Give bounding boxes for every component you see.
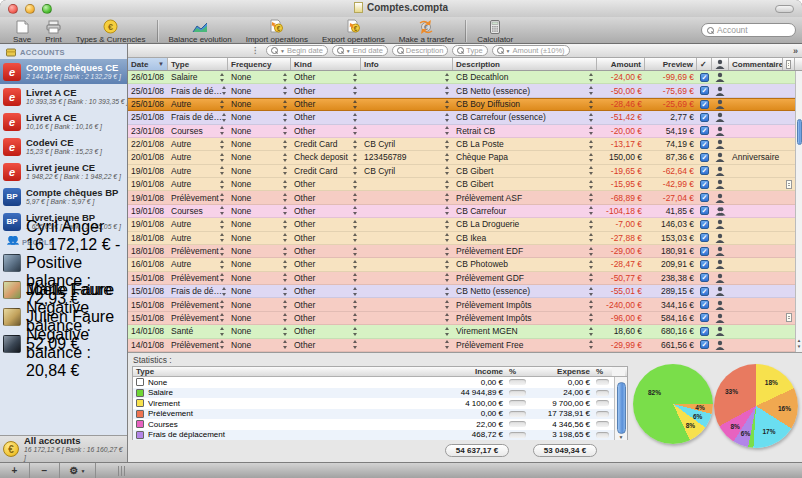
validated-checkbox[interactable]: ✓ bbox=[700, 180, 709, 189]
validated-checkbox[interactable]: ✓ bbox=[700, 86, 709, 95]
table-row[interactable]: 14/01/08 Prélèvement None Other Prélèvem… bbox=[128, 339, 802, 352]
stepper-icon[interactable] bbox=[353, 73, 358, 82]
stepper-icon[interactable] bbox=[283, 273, 288, 282]
sidebar-account-item[interactable]: e Livret A CE10,16 € [ Bank : 10,16 € ] bbox=[0, 109, 127, 134]
column-header-note[interactable] bbox=[783, 58, 795, 70]
stepper-icon[interactable] bbox=[353, 100, 358, 109]
stepper-icon[interactable] bbox=[589, 287, 594, 296]
table-row[interactable]: 15/01/08 Frais de dé… None Other CB Nett… bbox=[128, 285, 802, 298]
table-row[interactable]: 15/01/08 Prélèvement None Other Prélèvem… bbox=[128, 298, 802, 311]
stats-header-expense-pct[interactable]: % bbox=[593, 367, 612, 376]
validated-checkbox[interactable]: ✓ bbox=[700, 273, 709, 282]
table-row[interactable]: 15/01/08 Prélèvement None Other Prélèvem… bbox=[128, 272, 802, 285]
stepper-icon[interactable] bbox=[589, 220, 594, 229]
stepper-icon[interactable] bbox=[445, 220, 450, 229]
validated-checkbox[interactable]: ✓ bbox=[700, 260, 709, 269]
stats-row[interactable]: Prélèvement 0,00 € 17 738,91 € bbox=[133, 409, 627, 420]
stepper-icon[interactable] bbox=[589, 260, 594, 269]
stepper-icon[interactable] bbox=[353, 233, 358, 242]
stepper-icon[interactable] bbox=[220, 166, 225, 175]
stepper-icon[interactable] bbox=[220, 300, 225, 309]
stepper-icon[interactable] bbox=[353, 313, 358, 322]
person-cell[interactable] bbox=[712, 151, 729, 163]
scrollbar-arrows[interactable]: ▲▼ bbox=[796, 338, 802, 352]
validated-checkbox[interactable]: ✓ bbox=[700, 73, 709, 82]
stepper-icon[interactable] bbox=[353, 260, 358, 269]
stepper-icon[interactable] bbox=[220, 340, 225, 349]
validated-checkbox[interactable]: ✓ bbox=[700, 300, 709, 309]
stepper-icon[interactable] bbox=[445, 73, 450, 82]
stepper-icon[interactable] bbox=[445, 340, 450, 349]
scrollbar-thumb[interactable] bbox=[797, 119, 802, 145]
stepper-icon[interactable] bbox=[283, 100, 288, 109]
column-header-type[interactable]: Type bbox=[168, 58, 228, 70]
person-cell[interactable] bbox=[712, 99, 729, 110]
table-row[interactable]: 14/01/08 Santé None Other Virement MGEN … bbox=[128, 325, 802, 338]
stepper-icon[interactable] bbox=[445, 247, 450, 256]
column-header-commentaire[interactable]: Commentaire bbox=[729, 58, 783, 70]
person-cell[interactable] bbox=[712, 312, 729, 324]
validated-checkbox[interactable]: ✓ bbox=[700, 233, 709, 242]
stats-scrollbar[interactable]: ▼ bbox=[614, 377, 627, 440]
column-header-validated[interactable]: ✓ bbox=[697, 58, 712, 70]
stepper-icon[interactable] bbox=[283, 313, 288, 322]
person-cell[interactable] bbox=[712, 232, 729, 244]
stepper-icon[interactable] bbox=[220, 327, 225, 336]
stepper-icon[interactable] bbox=[353, 247, 358, 256]
filter-search-input[interactable]: ▼ Type bbox=[452, 45, 487, 56]
stats-row[interactable]: Virement 4 100,00 € 9 700,00 € bbox=[133, 398, 627, 409]
stepper-icon[interactable] bbox=[589, 126, 594, 135]
sidebar-resize-grip[interactable] bbox=[118, 466, 126, 476]
stats-row[interactable]: Courses 22,00 € 4 346,56 € bbox=[133, 419, 627, 430]
person-cell[interactable] bbox=[712, 178, 729, 190]
stepper-icon[interactable] bbox=[220, 73, 225, 82]
add-account-button[interactable]: + bbox=[0, 463, 30, 478]
validated-checkbox[interactable]: ✓ bbox=[700, 140, 709, 149]
sidebar-account-item[interactable]: BP Compte chèques BP5,97 € [ Bank : 5,97… bbox=[0, 184, 127, 209]
table-row[interactable]: 19/01/08 Prélèvement None Other Prélèvem… bbox=[128, 191, 802, 204]
table-row[interactable]: 22/01/08 Autre None Credit Card CB Cyril… bbox=[128, 138, 802, 151]
stepper-icon[interactable] bbox=[589, 327, 594, 336]
stepper-icon[interactable] bbox=[353, 126, 358, 135]
validated-checkbox[interactable]: ✓ bbox=[700, 206, 709, 215]
stepper-icon[interactable] bbox=[220, 247, 225, 256]
stats-row[interactable]: None 0,00 € 0,00 € bbox=[133, 377, 627, 388]
all-accounts-item[interactable]: € All accounts 16 172,12 € [ Bank : 16 1… bbox=[0, 435, 127, 462]
person-cell[interactable] bbox=[712, 84, 729, 96]
column-header-amount[interactable]: Amount bbox=[597, 58, 645, 70]
validated-checkbox[interactable]: ✓ bbox=[700, 100, 709, 109]
stepper-icon[interactable] bbox=[589, 140, 594, 149]
stepper-icon[interactable] bbox=[222, 86, 227, 95]
types-currencies-button[interactable]: € Types & Currencies bbox=[69, 18, 153, 44]
stepper-icon[interactable] bbox=[220, 193, 225, 202]
person-cell[interactable] bbox=[712, 205, 729, 217]
stepper-icon[interactable] bbox=[353, 273, 358, 282]
stats-header-type[interactable]: Type bbox=[133, 367, 444, 376]
column-header-description[interactable]: Description bbox=[453, 58, 597, 70]
stepper-icon[interactable] bbox=[353, 220, 358, 229]
table-row[interactable]: 23/01/08 Courses None Other Retrait CB -… bbox=[128, 125, 802, 138]
sidebar-account-item[interactable]: e Livret A CE10 393,35 € [ Bank : 10 393… bbox=[0, 84, 127, 109]
export-operations-button[interactable]: € Export operations bbox=[315, 18, 392, 44]
validated-checkbox[interactable]: ✓ bbox=[700, 287, 709, 296]
stepper-icon[interactable] bbox=[445, 166, 450, 175]
stepper-icon[interactable] bbox=[353, 300, 358, 309]
stepper-icon[interactable] bbox=[589, 86, 594, 95]
table-row[interactable]: 25/01/08 Autre None Other CB Boy Diffusi… bbox=[128, 98, 802, 111]
validated-checkbox[interactable]: ✓ bbox=[700, 153, 709, 162]
stepper-icon[interactable] bbox=[353, 153, 358, 162]
stepper-icon[interactable] bbox=[283, 166, 288, 175]
person-cell[interactable] bbox=[712, 138, 729, 150]
stepper-icon[interactable] bbox=[589, 193, 594, 202]
person-cell[interactable] bbox=[712, 191, 729, 203]
stepper-icon[interactable] bbox=[220, 233, 225, 242]
column-header-kind[interactable]: Kind bbox=[291, 58, 361, 70]
person-cell[interactable] bbox=[712, 245, 729, 257]
stepper-icon[interactable] bbox=[589, 206, 594, 215]
stepper-icon[interactable] bbox=[353, 140, 358, 149]
stepper-icon[interactable] bbox=[283, 300, 288, 309]
stepper-icon[interactable] bbox=[445, 273, 450, 282]
stepper-icon[interactable] bbox=[445, 153, 450, 162]
person-cell[interactable] bbox=[712, 71, 729, 83]
stepper-icon[interactable] bbox=[283, 260, 288, 269]
